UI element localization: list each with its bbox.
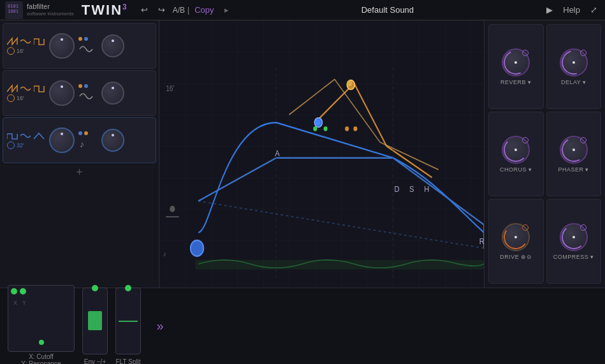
osc2-knob[interactable] <box>49 80 75 106</box>
preset-name: Default Sound <box>361 5 414 15</box>
header-right: ▶ Help ⤢ <box>544 4 600 16</box>
flt-slider-line <box>119 321 138 322</box>
svg-point-24 <box>170 206 175 212</box>
xy-x-indicator <box>11 288 17 295</box>
fx-reverb-power-button[interactable] <box>522 50 528 56</box>
fx-drive-knob-wrap <box>502 223 530 251</box>
ab-label: A/B <box>173 6 185 15</box>
osc3-power-row: 32' <box>7 142 45 149</box>
fx-delay-label: DELAY ▾ <box>561 79 587 85</box>
add-osc-button[interactable]: + <box>3 164 156 180</box>
fx-reverb-label: REVERB ▾ <box>500 79 532 85</box>
env-slider-fill <box>88 311 103 331</box>
svg-text:1001: 1001 <box>8 9 18 14</box>
osc2-shapes: 16' <box>7 84 45 102</box>
header-controls: ↩ ↪ A/B | Copy ▸ Default Sound ▶ Help ⤢ <box>138 4 600 16</box>
osc1-knob2[interactable] <box>101 34 124 57</box>
sine-icon <box>20 37 32 46</box>
fx-delay-knob-wrap <box>560 48 588 76</box>
osc1-knob[interactable] <box>49 33 75 59</box>
osc3-knob[interactable] <box>49 127 75 153</box>
xy-x-label: X: Cutoff <box>29 353 54 360</box>
fx-drive-power-button[interactable] <box>522 224 528 231</box>
osc3-shapes: 32' <box>7 131 45 149</box>
osc2-dot-blue <box>84 84 88 88</box>
fx-compress-power-button[interactable] <box>580 224 587 231</box>
arrow-button[interactable]: ▸ <box>222 4 231 16</box>
osc3-knob2-dot <box>112 134 114 136</box>
svg-text:♪: ♪ <box>163 250 166 258</box>
fx-slot-chorus: CHORUS ▾ <box>488 112 544 196</box>
fabfilter-logo-icon: 0101 1001 <box>5 1 23 19</box>
osc1-power-button[interactable] <box>7 47 15 55</box>
osc1-knob-dot <box>61 38 63 41</box>
osc2-knob2-dot <box>112 87 114 89</box>
center-area: A D S H R 16' ♪ <box>159 20 484 288</box>
envelope-svg: A D S H R 16' ♪ <box>159 20 484 288</box>
fx-delay-power-button[interactable] <box>580 50 587 56</box>
osc3-knob2[interactable] <box>101 129 124 152</box>
osc3-mini-controls: ♪ <box>78 131 98 150</box>
fx-reverb-knob-wrap <box>502 48 530 76</box>
flt-slider-wrap: FLT Split <box>115 288 141 365</box>
undo-button[interactable]: ↩ <box>138 4 150 16</box>
brand-name: fabfilter <box>27 3 74 11</box>
osc2-knob2[interactable] <box>101 82 124 105</box>
osc2-lfo-icon <box>78 90 98 103</box>
osc3-dot-orange <box>84 131 88 135</box>
osc-panel: 16' <box>0 20 159 288</box>
svg-text:H: H <box>424 184 429 194</box>
copy-button[interactable]: Copy <box>192 4 216 16</box>
logo-area: 0101 1001 fabfilter software instruments <box>5 1 74 19</box>
main-area: 16' <box>0 20 605 288</box>
redo-button[interactable]: ↪ <box>156 4 168 16</box>
xy-y-indicator <box>20 288 26 295</box>
osc3-sine-icon <box>20 131 32 140</box>
osc2-power-button[interactable] <box>7 94 15 102</box>
play-button[interactable]: ▶ <box>544 4 555 16</box>
env-label: Env −/+ <box>84 358 106 365</box>
plugin-name: TWIN3 <box>82 2 128 18</box>
osc3-power-button[interactable] <box>7 142 15 149</box>
osc-row-3: 32' ♪ <box>3 117 156 163</box>
svg-point-8 <box>347 80 352 87</box>
osc1-shapes: 16' <box>7 37 45 55</box>
brand-text: fabfilter software instruments <box>27 3 74 17</box>
svg-text:D: D <box>395 184 400 194</box>
osc1-dot-blue <box>84 37 88 41</box>
osc2-dot-orange <box>78 84 82 88</box>
svg-point-11 <box>345 126 349 131</box>
square-icon <box>34 37 45 46</box>
fx-phaser-knob-wrap <box>560 136 588 164</box>
osc3-dot-blue <box>78 131 82 135</box>
env-slider[interactable] <box>82 288 108 354</box>
help-button[interactable]: Help <box>560 4 583 16</box>
osc3-shape-row-1 <box>7 131 45 140</box>
flt-label: FLT Split <box>115 358 140 365</box>
fx-chorus-power-button[interactable] <box>522 137 528 143</box>
osc2-pitch: 16' <box>17 95 24 101</box>
flt-slider[interactable] <box>115 288 141 354</box>
fx-compress-knob-wrap <box>560 223 588 251</box>
osc1-shape-row-1 <box>7 37 45 46</box>
ab-section: A/B | Copy <box>173 4 217 16</box>
osc1-mini-row1 <box>78 37 98 41</box>
env-knob-top <box>92 285 98 291</box>
osc1-power-row: 16' <box>7 47 45 55</box>
osc2-square-icon <box>34 84 45 93</box>
osc3-tri-icon <box>34 131 45 140</box>
env-slider-wrap: Env −/+ <box>82 288 108 365</box>
osc1-knob2-dot <box>112 40 114 42</box>
chevron-button[interactable]: » <box>149 315 171 338</box>
osc3-mini-row1 <box>78 131 98 135</box>
fx-phaser-power-button[interactable] <box>580 137 587 143</box>
expand-button[interactable]: ⤢ <box>588 4 600 16</box>
xy-section: X Y X: Cutoff Y: Resonance Env −/+ FLT S… <box>0 288 605 364</box>
fx-phaser-label: PHASER ▾ <box>558 166 589 173</box>
fx-slot-compress: COMPRESS ▾ <box>546 199 602 284</box>
xy-pad[interactable]: X Y <box>8 285 75 352</box>
fx-slot-delay: DELAY ▾ <box>546 24 602 109</box>
svg-rect-20 <box>195 260 484 270</box>
osc2-sine-icon <box>20 84 32 93</box>
xy-y-text: Y <box>22 300 26 306</box>
